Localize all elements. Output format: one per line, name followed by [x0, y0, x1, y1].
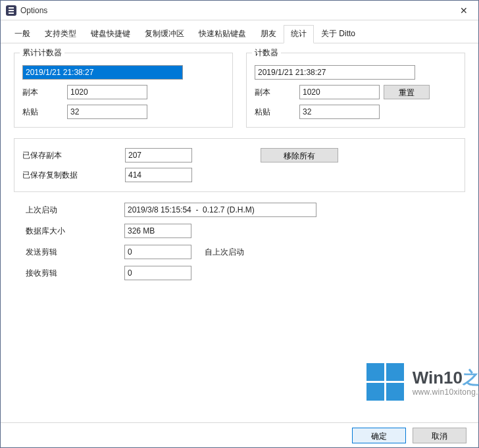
tab-friends[interactable]: 朋友: [253, 25, 284, 43]
tab-quick-paste[interactable]: 快速粘贴键盘: [191, 25, 253, 43]
cancel-button[interactable]: 取消: [413, 428, 466, 443]
tab-strip: 一般 支持类型 键盘快捷键 复制缓冲区 快速粘贴键盘 朋友 统计 关于 Ditt…: [1, 20, 478, 43]
total-pastes-field[interactable]: [67, 105, 147, 119]
counter-copies-label: 副本: [255, 87, 295, 98]
db-size-field[interactable]: [124, 224, 191, 238]
group-counter: 计数器 副本 重置 粘贴: [246, 53, 465, 128]
tab-stats[interactable]: 统计: [284, 25, 314, 43]
titlebar: Options ✕: [1, 1, 478, 20]
watermark-url: www.win10xitong.com: [413, 387, 479, 397]
clips-sent-label: 发送剪辑: [26, 247, 124, 258]
windows-logo-icon: [366, 363, 406, 403]
total-copies-field[interactable]: [67, 85, 147, 99]
dialog-button-bar: 确定 取消: [1, 422, 478, 447]
watermark-title: Win10之家: [413, 369, 479, 387]
window-title: Options: [20, 6, 47, 15]
tab-general[interactable]: 一般: [7, 25, 38, 43]
db-size-label: 数据库大小: [26, 226, 124, 237]
saved-copy-data-field[interactable]: [125, 168, 192, 182]
reset-button[interactable]: 重置: [384, 85, 430, 99]
total-pastes-label: 粘贴: [22, 107, 63, 118]
group-total-counter: 累计计数器 副本 粘贴: [14, 53, 233, 128]
saved-copies-label: 已保存副本: [22, 150, 121, 161]
last-start-field[interactable]: [124, 203, 316, 217]
group-total-title: 累计计数器: [20, 47, 64, 59]
remove-all-button[interactable]: 移除所有: [261, 148, 338, 162]
saved-copies-field[interactable]: [125, 148, 192, 162]
saved-copy-data-label: 已保存复制数据: [22, 170, 121, 181]
app-icon: [6, 5, 16, 16]
close-button[interactable]: ✕: [449, 1, 478, 20]
group-saved: 已保存副本 移除所有 已保存复制数据: [14, 138, 465, 192]
ok-button[interactable]: 确定: [352, 428, 406, 443]
watermark: Win10之家 www.win10xitong.com: [366, 363, 479, 403]
tab-content: 累计计数器 副本 粘贴 计数器: [1, 43, 478, 422]
since-last-label: 自上次启动: [205, 247, 244, 258]
clips-received-label: 接收剪辑: [26, 268, 124, 279]
counter-copies-field[interactable]: [299, 85, 380, 99]
tab-supported-types[interactable]: 支持类型: [38, 25, 84, 43]
group-counter-title: 计数器: [252, 47, 281, 59]
tab-copy-buffer[interactable]: 复制缓冲区: [138, 25, 191, 43]
total-date-field[interactable]: [22, 65, 183, 80]
clips-received-field[interactable]: [124, 266, 191, 280]
tab-keyboard-shortcuts[interactable]: 键盘快捷键: [84, 25, 138, 43]
counter-pastes-field[interactable]: [299, 105, 380, 119]
last-start-label: 上次启动: [26, 205, 124, 216]
counter-date-field[interactable]: [255, 65, 415, 80]
options-window: Options ✕ 一般 支持类型 键盘快捷键 复制缓冲区 快速粘贴键盘 朋友 …: [0, 0, 479, 448]
clips-sent-field[interactable]: [124, 245, 191, 259]
counter-pastes-label: 粘贴: [255, 107, 295, 118]
tab-about[interactable]: 关于 Ditto: [314, 25, 363, 43]
total-copies-label: 副本: [22, 87, 63, 98]
